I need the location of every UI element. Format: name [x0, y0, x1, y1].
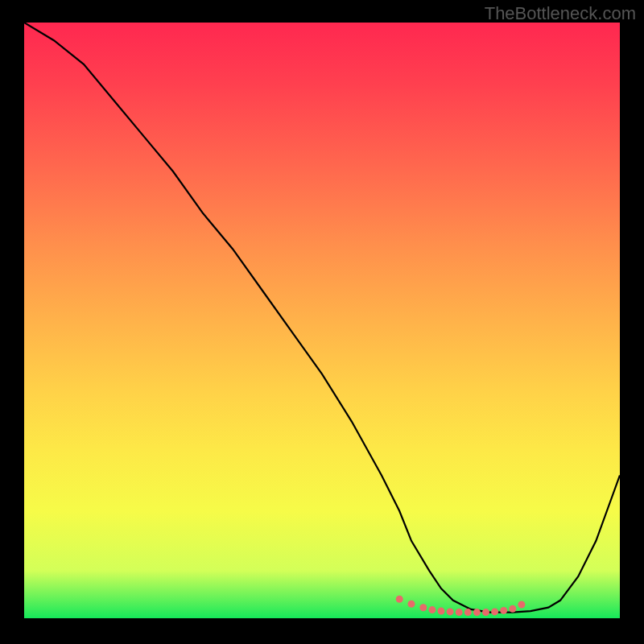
highlight-dot — [482, 609, 489, 616]
watermark-text: TheBottleneck.com — [485, 3, 636, 24]
highlight-dot — [518, 601, 525, 609]
highlight-dot — [419, 604, 427, 611]
highlight-dot — [509, 605, 516, 613]
highlight-dot — [473, 609, 481, 616]
highlight-dot — [408, 601, 415, 608]
highlight-dot — [438, 608, 445, 615]
highlight-dots — [396, 596, 526, 616]
highlight-dot — [500, 607, 507, 614]
plot-area — [24, 23, 620, 618]
chart-svg — [24, 23, 620, 618]
highlight-dot — [456, 609, 463, 616]
highlight-dot — [491, 608, 498, 615]
bottleneck-curve — [24, 23, 620, 613]
highlight-dot — [396, 596, 403, 603]
highlight-dot — [464, 609, 472, 616]
highlight-dot — [447, 608, 454, 615]
highlight-dot — [428, 606, 436, 613]
